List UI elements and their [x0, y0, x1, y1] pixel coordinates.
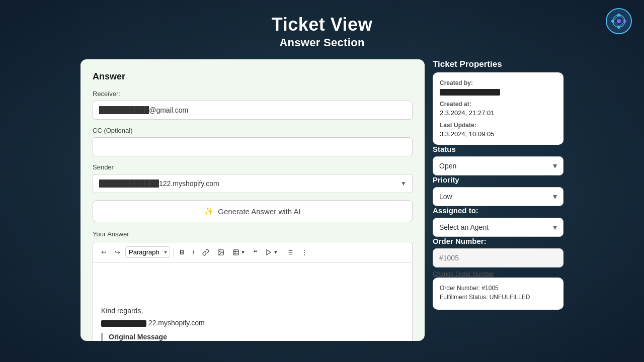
order-number-title: Order Number: — [433, 237, 564, 245]
paragraph-wrapper: Paragraph Heading 1 Heading 2 ▼ — [125, 246, 170, 258]
main-content: Answer Receiver: CC (Optional) Sender ██… — [80, 59, 564, 341]
order-detail-fulfillment: Fulfillment Status: UNFULFILLED — [440, 294, 556, 301]
cc-label: CC (Optional) — [93, 127, 413, 134]
list-button[interactable] — [283, 247, 296, 258]
assigned-title: Assigned to: — [433, 206, 564, 215]
svg-marker-17 — [267, 249, 271, 255]
link-button[interactable] — [199, 247, 212, 258]
priority-section: Priority Low Medium High ▼ — [433, 175, 564, 206]
assigned-section: Assigned to: Select an Agent ▼ — [433, 206, 564, 237]
redo-button[interactable]: ↪ — [112, 246, 123, 258]
status-select[interactable]: Open Closed Pending — [433, 156, 564, 175]
cc-input[interactable] — [93, 137, 413, 156]
page-subtitle: Answer Section — [0, 36, 644, 49]
editor-toolbar: ↩ ↪ Paragraph Heading 1 Heading 2 ▼ B I — [93, 242, 413, 262]
editor-area[interactable]: Kind regards, 22.myshopify.com Original … — [93, 262, 413, 341]
last-update-value: 3.3.2024, 10:09:05 — [440, 130, 556, 138]
order-number-input[interactable] — [433, 248, 564, 267]
generate-btn-label: Generate Answer with AI — [218, 207, 300, 216]
sender-domain-text: 22.myshopify.com — [146, 319, 205, 327]
original-message-title: Original Message — [109, 333, 404, 341]
order-number-section: Order Number: Change Order Number — [433, 237, 564, 278]
last-update-label: Last Update: — [440, 122, 556, 129]
status-section: Status Open Closed Pending ▼ — [433, 145, 564, 175]
separator-1 — [173, 248, 174, 257]
your-answer-label: Your Answer — [93, 230, 413, 238]
change-order-link[interactable]: Change Order Number — [433, 270, 564, 278]
priority-title: Priority — [433, 175, 564, 184]
page-title: Ticket View — [0, 14, 644, 35]
receiver-input[interactable] — [93, 101, 413, 120]
kind-regards-text: Kind regards, — [101, 307, 404, 315]
status-dropdown-wrapper: Open Closed Pending ▼ — [433, 156, 564, 175]
more-button[interactable]: ⋮ — [298, 246, 311, 258]
sender-label: Sender — [93, 163, 413, 171]
order-details-card: Order Number: #1005 Fulfillment Status: … — [433, 278, 564, 310]
page-header: Ticket View Answer Section — [0, 0, 644, 59]
sender-signature: 22.myshopify.com — [101, 319, 404, 327]
properties-title: Ticket Properties — [433, 59, 564, 72]
ticket-meta-card: Created by: Created at: 2.3.2024, 21:27:… — [433, 72, 564, 145]
app-logo — [606, 8, 632, 34]
agent-select[interactable]: Select an Agent — [433, 218, 564, 237]
editor-content — [101, 270, 404, 301]
sender-select[interactable]: ████████████122.myshopify.com — [93, 174, 413, 193]
bold-button[interactable]: B — [177, 246, 187, 258]
answer-panel: Answer Receiver: CC (Optional) Sender ██… — [80, 59, 425, 341]
ai-icon: ✨ — [204, 207, 214, 216]
video-button[interactable]: ▼ — [262, 247, 281, 258]
agent-dropdown-wrapper: Select an Agent ▼ — [433, 218, 564, 237]
image-button[interactable] — [214, 247, 227, 258]
created-at-value: 2.3.2024, 21:27:01 — [440, 109, 556, 117]
generate-ai-button[interactable]: ✨ Generate Answer with AI — [93, 200, 413, 222]
svg-point-12 — [219, 251, 220, 252]
created-by-value — [440, 88, 556, 96]
answer-title: Answer — [93, 71, 413, 82]
italic-button[interactable]: I — [189, 246, 197, 258]
svg-point-10 — [617, 19, 621, 23]
order-detail-number: Order Number: #1005 — [440, 285, 556, 292]
sender-wrapper: ████████████122.myshopify.com ▼ — [93, 174, 413, 193]
status-title: Status — [433, 145, 564, 153]
paragraph-select[interactable]: Paragraph Heading 1 Heading 2 — [125, 246, 170, 258]
created-by-label: Created by: — [440, 79, 556, 86]
receiver-label: Receiver: — [93, 90, 413, 98]
priority-dropdown-wrapper: Low Medium High ▼ — [433, 187, 564, 206]
original-message-box: Original Message From: mail.com — [101, 333, 404, 341]
properties-container: Ticket Properties Created by: Created at… — [433, 59, 564, 341]
svg-rect-13 — [233, 249, 239, 255]
priority-select[interactable]: Low Medium High — [433, 187, 564, 206]
undo-button[interactable]: ↩ — [98, 246, 110, 258]
table-button[interactable]: ▼ — [229, 247, 249, 258]
quote-button[interactable]: ❝ — [251, 246, 260, 258]
created-at-label: Created at: — [440, 101, 556, 108]
